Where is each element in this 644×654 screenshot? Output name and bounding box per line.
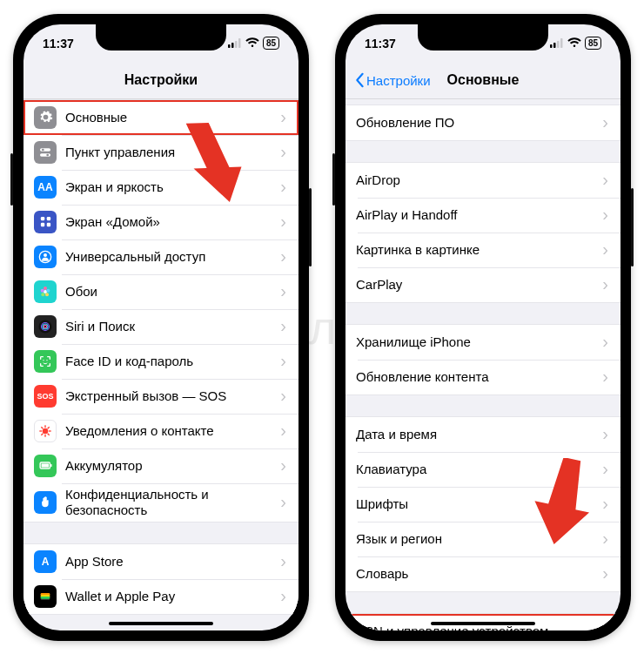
row-хранилище-iphone[interactable]: Хранилище iPhone› — [345, 325, 621, 360]
row-carplay[interactable]: CarPlay› — [345, 267, 621, 302]
row-конфиденциальность-и-безопасность[interactable]: Конфиденциальность и безопасность› — [23, 483, 299, 522]
row-обновление-контента[interactable]: Обновление контента› — [345, 360, 621, 394]
row-универсальный-доступ[interactable]: Универсальный доступ› — [23, 239, 299, 274]
chevron-right-icon: › — [602, 459, 608, 479]
chevron-right-icon: › — [280, 177, 286, 197]
SOS-icon: SOS — [34, 385, 57, 408]
svg-point-18 — [41, 293, 44, 296]
chevron-right-icon: › — [280, 455, 286, 475]
svg-point-19 — [41, 288, 44, 292]
row-label: AirPlay и Handoff — [356, 207, 602, 223]
row-дата-и-время[interactable]: Дата и время› — [345, 417, 621, 452]
row-airplay-и-handoff[interactable]: AirPlay и Handoff› — [345, 198, 621, 233]
nav-bar: Настройки Основные — [345, 63, 621, 99]
row-label: Wallet и Apple Pay — [65, 589, 280, 604]
svg-marker-49 — [528, 458, 598, 545]
general-list[interactable]: Обновление ПО›AirDrop›AirPlay и Handoff›… — [345, 99, 621, 630]
flower-icon — [34, 280, 57, 303]
svg-point-17 — [45, 293, 49, 296]
svg-point-20 — [39, 320, 52, 333]
chevron-right-icon: › — [280, 107, 286, 127]
row-обои[interactable]: Обои› — [23, 274, 299, 309]
chevron-right-icon: › — [602, 239, 608, 260]
row-экстренный-вызов-sos[interactable]: SOSЭкстренный вызов — SOS› — [23, 379, 299, 414]
row-обновление-по[interactable]: Обновление ПО› — [345, 105, 621, 140]
row-airdrop[interactable]: AirDrop› — [345, 163, 621, 198]
chevron-right-icon: › — [602, 332, 608, 352]
row-label: Обои — [65, 284, 280, 300]
row-label: Картинка в картинке — [356, 242, 602, 258]
row-label: Универсальный доступ — [65, 249, 280, 265]
svg-point-24 — [43, 360, 44, 361]
svg-line-34 — [48, 427, 50, 428]
chevron-right-icon: › — [602, 563, 608, 583]
face-icon — [34, 350, 57, 373]
row-основные[interactable]: Основные› — [23, 100, 299, 135]
svg-rect-48 — [560, 38, 563, 48]
row-экран-и-яркость[interactable]: AAЭкран и яркость› — [23, 170, 299, 205]
home-indicator — [109, 622, 213, 625]
phone-left: 11:37 85 Настройки Основные›Пункт управл… — [13, 14, 309, 641]
settings-list[interactable]: Основные›Пункт управления›AAЭкран и ярко… — [23, 99, 299, 630]
row-label: CarPlay — [356, 277, 602, 293]
nav-bar: Настройки — [23, 63, 299, 99]
row-label: Обновление ПО — [356, 115, 602, 131]
row-face-id-и-код-пароль[interactable]: Face ID и код-пароль› — [23, 344, 299, 379]
svg-point-7 — [46, 153, 49, 156]
svg-rect-4 — [40, 148, 50, 151]
chevron-right-icon: › — [280, 421, 286, 441]
chevron-right-icon: › — [280, 492, 286, 512]
chevron-right-icon: › — [602, 529, 608, 549]
annotation-arrow — [528, 458, 598, 548]
row-label: Siri и Поиск — [65, 319, 280, 334]
svg-line-33 — [41, 433, 43, 435]
svg-point-15 — [44, 287, 47, 290]
row-label: Face ID и код-пароль — [65, 354, 280, 369]
chevron-right-icon: › — [602, 205, 608, 225]
page-title: Основные — [447, 72, 520, 88]
wifi-icon — [245, 37, 259, 51]
chevron-right-icon: › — [602, 367, 608, 387]
AA-icon: AA — [34, 176, 57, 199]
chevron-right-icon: › — [280, 281, 286, 301]
row-пункт-управления[interactable]: Пункт управления› — [23, 135, 299, 170]
grid-icon — [34, 211, 57, 233]
row-картинка-в-картинке[interactable]: Картинка в картинке› — [345, 233, 621, 267]
svg-rect-46 — [553, 43, 556, 48]
back-button[interactable]: Настройки — [354, 63, 431, 98]
row-app-store[interactable]: AApp Store› — [23, 544, 299, 579]
svg-point-16 — [46, 288, 50, 292]
chevron-right-icon: › — [602, 424, 608, 444]
battery-icon: 85 — [263, 37, 279, 50]
row-label: Уведомления о контакте — [65, 423, 280, 439]
row-siri-и-поиск[interactable]: Siri и Поиск› — [23, 309, 299, 344]
svg-rect-10 — [40, 223, 44, 226]
svg-rect-6 — [40, 153, 50, 156]
svg-rect-11 — [46, 223, 50, 226]
signal-icon — [228, 37, 242, 51]
batt-icon — [34, 455, 57, 477]
row-label: Аккумулятор — [65, 458, 280, 474]
home-indicator — [431, 622, 535, 625]
chevron-right-icon: › — [280, 142, 286, 162]
svg-rect-37 — [41, 463, 49, 467]
row-label: App Store — [65, 554, 280, 570]
svg-rect-47 — [557, 41, 560, 48]
row-аккумулятор[interactable]: Аккумулятор› — [23, 448, 299, 483]
svg-rect-2 — [235, 41, 238, 48]
svg-rect-0 — [228, 44, 231, 48]
notch — [418, 24, 548, 51]
signal-icon — [550, 37, 564, 51]
row-словарь[interactable]: Словарь› — [345, 556, 621, 591]
status-time: 11:37 — [43, 37, 74, 51]
chevron-right-icon: › — [280, 386, 286, 406]
svg-rect-45 — [550, 44, 553, 48]
row-уведомления-о-контакте[interactable]: Уведомления о контакте› — [23, 414, 299, 448]
row-label: AirDrop — [356, 172, 602, 188]
row-экран-домой-[interactable]: Экран «Домой»› — [23, 205, 299, 239]
svg-line-32 — [48, 433, 50, 435]
chevron-right-icon: › — [602, 112, 608, 132]
svg-point-13 — [44, 253, 47, 257]
row-wallet-и-apple-pay[interactable]: Wallet и Apple Pay› — [23, 579, 299, 614]
chevron-right-icon: › — [280, 551, 286, 571]
